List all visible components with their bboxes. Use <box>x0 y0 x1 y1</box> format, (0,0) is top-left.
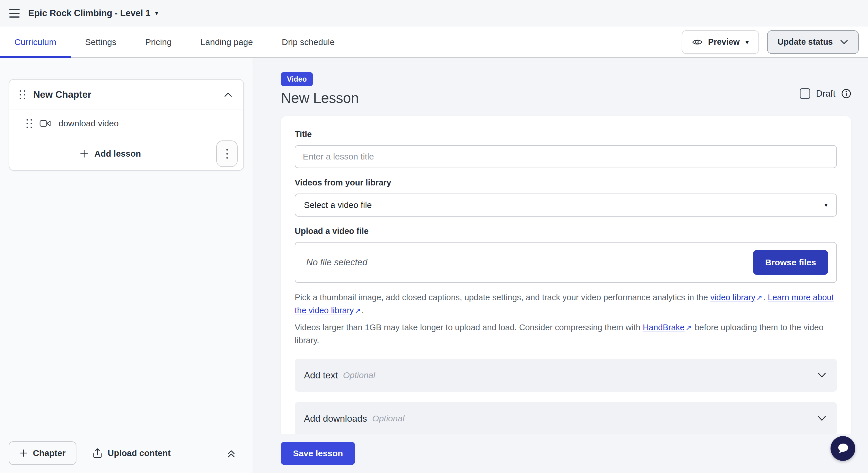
update-status-button[interactable]: Update status <box>767 30 859 54</box>
chevron-down-icon <box>817 372 827 378</box>
add-lesson-label: Add lesson <box>94 149 141 159</box>
upload-icon <box>93 448 102 458</box>
handbrake-link[interactable]: HandBrake <box>643 323 685 332</box>
file-dropzone[interactable]: No file selected Browse files <box>295 242 837 283</box>
add-text-label: Add text <box>304 370 338 381</box>
eye-icon <box>692 38 703 46</box>
kebab-icon <box>226 149 228 151</box>
draft-checkbox[interactable] <box>800 88 810 99</box>
tabbar-actions: Preview ▾ Update status <box>682 27 868 57</box>
title-field: Title <box>295 129 837 168</box>
update-status-label: Update status <box>777 37 833 47</box>
title-field-label: Title <box>295 129 837 139</box>
video-library-link[interactable]: video library <box>710 293 755 302</box>
draft-label: Draft <box>816 89 835 99</box>
caret-down-icon: ▾ <box>155 10 158 17</box>
preview-button[interactable]: Preview ▾ <box>682 30 759 54</box>
add-downloads-optional-hint: Optional <box>372 414 817 423</box>
add-lesson-button[interactable]: Add lesson <box>9 137 212 170</box>
add-downloads-label: Add downloads <box>304 413 367 424</box>
chapter-footer: Add lesson <box>9 137 243 170</box>
upload-content-button[interactable]: Upload content <box>93 448 170 458</box>
caret-down-icon: ▾ <box>825 202 828 208</box>
video-library-select[interactable]: Select a video file ▾ <box>295 193 837 217</box>
help-text: Pick a thumbnail image, add closed capti… <box>295 293 710 302</box>
help-text: . <box>362 306 364 315</box>
video-library-help-text: Pick a thumbnail image, add closed capti… <box>295 291 837 317</box>
external-link-icon: ↗ <box>755 291 763 304</box>
lesson-editor: Video New Lesson Draft Title <box>253 58 868 473</box>
add-chapter-button[interactable]: Chapter <box>9 441 76 465</box>
lesson-type-badge: Video <box>281 72 313 86</box>
course-switcher[interactable]: Epic Rock Climbing - Level 1 ▾ <box>28 8 158 19</box>
help-text: Videos larger than 1GB may take longer t… <box>295 323 643 332</box>
help-text: . <box>763 293 768 302</box>
course-title: Epic Rock Climbing - Level 1 <box>28 8 151 19</box>
video-library-selected-value: Select a video file <box>304 200 825 210</box>
save-footer: Save lesson <box>253 434 868 473</box>
tab-bar: Curriculum Settings Pricing Landing page… <box>0 27 868 58</box>
video-camera-icon <box>39 119 51 127</box>
plus-icon <box>20 449 28 457</box>
chapter-options-button[interactable] <box>216 140 238 167</box>
collapse-all-icon[interactable] <box>226 448 237 458</box>
preview-label: Preview <box>708 37 740 47</box>
lesson-title: download video <box>59 119 119 128</box>
chapter-card: New Chapter download video <box>9 79 244 171</box>
lesson-title-input[interactable] <box>295 145 837 168</box>
chevron-down-icon <box>817 415 827 422</box>
top-bar: Epic Rock Climbing - Level 1 ▾ <box>0 0 868 27</box>
draft-toggle: Draft <box>800 88 851 99</box>
drag-handle-icon[interactable] <box>20 90 25 99</box>
hamburger-menu-icon[interactable] <box>9 9 20 18</box>
external-link-icon: ↗ <box>354 304 362 317</box>
chapter-title: New Chapter <box>33 89 216 100</box>
tab-pricing[interactable]: Pricing <box>131 27 186 57</box>
video-library-label: Videos from your library <box>295 178 837 187</box>
external-link-icon: ↗ <box>685 321 692 334</box>
chevron-up-icon[interactable] <box>224 92 232 97</box>
sidebar-footer: Chapter Upload content <box>0 433 253 473</box>
video-library-field: Videos from your library Select a video … <box>295 178 837 217</box>
caret-down-icon: ▾ <box>745 39 749 45</box>
add-chapter-label: Chapter <box>33 448 65 458</box>
compression-help-text: Videos larger than 1GB may take longer t… <box>295 321 837 347</box>
upload-field-label: Upload a video file <box>295 226 837 236</box>
drag-handle-icon[interactable] <box>27 119 32 128</box>
lesson-header: Video New Lesson Draft <box>281 72 851 106</box>
add-text-optional-hint: Optional <box>343 370 817 380</box>
add-text-accordion[interactable]: Add text Optional <box>295 359 837 392</box>
chat-widget-button[interactable] <box>831 436 855 461</box>
no-file-text: No file selected <box>306 257 753 267</box>
tab-drip-schedule[interactable]: Drip schedule <box>267 27 349 57</box>
info-icon[interactable] <box>841 89 851 99</box>
chat-bubble-icon <box>836 442 849 454</box>
add-downloads-accordion[interactable]: Add downloads Optional <box>295 402 837 435</box>
browse-files-button[interactable]: Browse files <box>753 250 828 275</box>
upload-field: Upload a video file No file selected Bro… <box>295 226 837 283</box>
curriculum-sidebar: New Chapter download video <box>0 58 253 473</box>
save-lesson-button[interactable]: Save lesson <box>281 442 355 465</box>
lesson-item[interactable]: download video <box>9 110 243 137</box>
lesson-header-left: Video New Lesson <box>281 72 359 106</box>
lesson-form-card: Title Videos from your library Select a … <box>281 116 851 446</box>
tab-curriculum[interactable]: Curriculum <box>0 27 71 57</box>
page-title: New Lesson <box>281 90 359 106</box>
chevron-down-icon <box>840 39 848 45</box>
tab-settings[interactable]: Settings <box>71 27 131 57</box>
plus-icon <box>80 149 89 158</box>
tab-landing-page[interactable]: Landing page <box>186 27 267 57</box>
upload-content-label: Upload content <box>107 448 170 458</box>
chapter-header[interactable]: New Chapter <box>9 80 243 109</box>
